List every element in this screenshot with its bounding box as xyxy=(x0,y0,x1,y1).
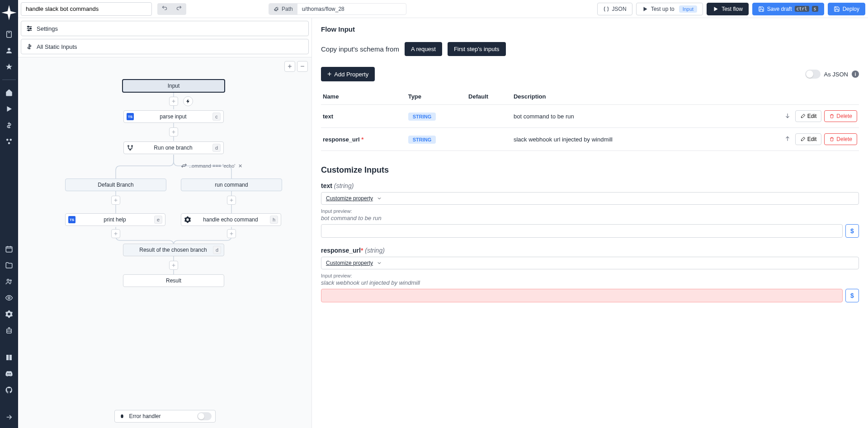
parse-input-node[interactable]: TS parse input c xyxy=(123,110,224,123)
undo-button[interactable] xyxy=(157,3,172,15)
flow-name-input[interactable] xyxy=(21,2,152,16)
as-json-toggle[interactable] xyxy=(805,70,821,79)
bug-icon xyxy=(118,413,126,420)
run-one-branch-node[interactable]: Run one branch d xyxy=(123,141,224,154)
test-up-to-button[interactable]: Test up toInput xyxy=(636,3,703,15)
edit-button[interactable]: Edit xyxy=(795,110,822,122)
run-command-node[interactable]: run command xyxy=(181,179,282,191)
text-preview-input[interactable] xyxy=(321,224,843,238)
robot-icon[interactable] xyxy=(0,323,18,338)
svg-point-7 xyxy=(10,280,11,281)
a-request-button[interactable]: A request xyxy=(405,42,442,56)
copy-schema-label: Copy input's schema from xyxy=(321,45,399,53)
result-node[interactable]: Result xyxy=(123,274,224,287)
info-icon[interactable]: i xyxy=(852,71,859,78)
input-node[interactable]: Input xyxy=(122,79,225,93)
typescript-icon: TS xyxy=(68,216,75,223)
branch-icon xyxy=(127,144,134,151)
properties-table: Name Type Default Description text STRIN… xyxy=(321,89,859,151)
field-group-text: text (string) Customize property Input p… xyxy=(321,182,859,238)
zoom-in-button[interactable]: + xyxy=(284,61,295,72)
variable-button[interactable]: $ xyxy=(845,224,859,238)
field-group-response-url: response_url* (string) Customize propert… xyxy=(321,247,859,302)
star-icon[interactable] xyxy=(0,60,18,74)
add-step-button-2[interactable] xyxy=(169,127,178,136)
table-row: text STRING bot command to be run Edit D… xyxy=(321,105,859,128)
flow-input-panel: Flow Input Copy input's schema from A re… xyxy=(312,18,868,428)
as-json-label: As JSON xyxy=(824,71,848,78)
add-property-button[interactable]: +Add Property xyxy=(321,67,375,81)
gear-icon[interactable] xyxy=(0,307,18,321)
default-branch-node[interactable]: Default Branch xyxy=(65,179,166,191)
svg-point-2 xyxy=(6,139,9,141)
svg-rect-5 xyxy=(6,247,12,252)
delete-button[interactable]: Delete xyxy=(824,110,857,122)
play-icon[interactable] xyxy=(0,102,18,116)
remove-condition-button[interactable]: ✕ xyxy=(237,163,243,169)
move-down-button[interactable] xyxy=(783,111,793,122)
shapes-icon[interactable] xyxy=(0,134,18,149)
sidebar xyxy=(0,0,18,428)
branch-condition-label: ..ommand === 'echo' ✕ xyxy=(181,163,243,169)
result-chosen-node[interactable]: Result of the chosen branch d xyxy=(123,244,224,256)
static-inputs-card[interactable]: All Static Inputs xyxy=(21,39,309,54)
topbar: Path u/thomas/flow_28 JSON Test up toInp… xyxy=(18,0,868,18)
handle-echo-node[interactable]: handle echo command h xyxy=(181,213,281,226)
customize-inputs-title: Customize Inputs xyxy=(321,165,859,175)
table-row: response_url * STRING slack webhook url … xyxy=(321,128,859,151)
delete-button[interactable]: Delete xyxy=(824,133,857,145)
response-url-preview-input[interactable] xyxy=(321,289,843,302)
discord-icon[interactable] xyxy=(0,367,18,381)
deploy-button[interactable]: Deploy xyxy=(828,3,865,15)
user-icon[interactable] xyxy=(0,43,18,58)
windmill-logo-icon[interactable] xyxy=(0,4,18,22)
save-draft-button[interactable]: Save draftctrls xyxy=(752,3,824,15)
users-icon[interactable] xyxy=(0,274,18,289)
edit-button[interactable]: Edit xyxy=(795,133,822,145)
expand-icon[interactable] xyxy=(0,410,18,424)
calendar-icon[interactable] xyxy=(0,242,18,256)
redo-button[interactable] xyxy=(172,3,186,15)
add-step-button-3[interactable] xyxy=(169,261,178,270)
svg-point-12 xyxy=(28,26,29,28)
chevron-down-icon xyxy=(377,196,382,201)
path-chip[interactable]: Path u/thomas/flow_28 xyxy=(269,3,406,15)
svg-point-20 xyxy=(128,146,129,147)
svg-point-8 xyxy=(8,297,10,299)
clipboard-icon[interactable] xyxy=(0,27,18,42)
svg-point-6 xyxy=(7,279,9,282)
customize-property-dropdown[interactable]: Customize property xyxy=(321,192,859,205)
svg-point-14 xyxy=(28,30,29,31)
svg-point-10 xyxy=(8,331,9,332)
svg-rect-0 xyxy=(7,31,12,38)
dollar-icon[interactable] xyxy=(0,118,18,132)
eye-icon[interactable] xyxy=(0,291,18,305)
add-step-right[interactable] xyxy=(227,196,236,205)
json-button[interactable]: JSON xyxy=(597,3,632,15)
flow-canvas[interactable]: + − xyxy=(18,57,311,428)
swap-icon xyxy=(181,163,187,169)
trigger-button[interactable] xyxy=(183,96,193,106)
add-step-button[interactable] xyxy=(169,97,178,106)
github-icon[interactable] xyxy=(0,383,18,397)
add-step-left-2[interactable] xyxy=(111,229,120,238)
gear-icon xyxy=(184,216,191,223)
settings-card[interactable]: Settings xyxy=(21,21,309,36)
book-icon[interactable] xyxy=(0,350,18,365)
variable-button[interactable]: $ xyxy=(845,289,859,302)
first-step-inputs-button[interactable]: First step's inputs xyxy=(448,42,506,56)
zoom-out-button[interactable]: − xyxy=(297,61,308,72)
test-flow-button[interactable]: Test flow xyxy=(707,3,749,15)
move-up-button[interactable] xyxy=(783,134,793,145)
print-help-node[interactable]: TS print help e xyxy=(65,213,165,226)
add-step-left[interactable] xyxy=(111,196,120,205)
add-step-right-2[interactable] xyxy=(227,229,236,238)
folder-icon[interactable] xyxy=(0,258,18,273)
svg-point-3 xyxy=(10,139,12,141)
svg-point-4 xyxy=(8,142,10,145)
customize-property-dropdown[interactable]: Customize property xyxy=(321,257,859,269)
home-icon[interactable] xyxy=(0,85,18,100)
error-handler-card[interactable]: Error handler xyxy=(114,410,216,423)
svg-point-21 xyxy=(132,146,133,147)
error-handler-toggle[interactable] xyxy=(197,412,212,420)
